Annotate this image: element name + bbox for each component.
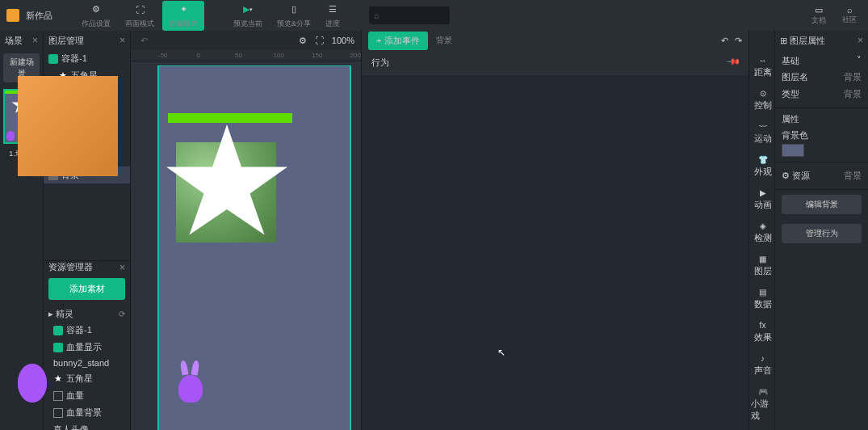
progress-button[interactable]: ☰ 进度 (319, 1, 346, 31)
edit-mode-button[interactable]: ✦ 改编模式 (162, 1, 204, 31)
chevron-down-icon: ˅ (857, 55, 862, 67)
side-tab-控制[interactable]: ⊙控制 (749, 83, 775, 116)
docs-button[interactable]: ▭ 文档 (807, 3, 831, 27)
resource-item-label: 血量背景 (66, 407, 102, 419)
fit-icon[interactable]: ⛶ (315, 36, 324, 45)
book-icon: ▭ (815, 5, 823, 15)
settings-button[interactable]: ⚙ 作品设置 (75, 1, 117, 31)
tab-icon: ⊙ (758, 88, 768, 98)
add-event-button[interactable]: + 添加事件 (368, 32, 428, 50)
properties-panel-header: ⊞ 图层属性 × (775, 31, 868, 50)
layout-mode-button[interactable]: ⛶ 画面模式 (119, 1, 161, 31)
redo-icon[interactable]: ↷ (735, 36, 742, 46)
resource-item[interactable]: 血量背景 (48, 404, 125, 421)
canvas-area: ↶ ⚙ ⛶ 100% -5005010015020025030035040045… (131, 31, 361, 430)
tab-label: 效果 (754, 331, 772, 344)
side-tab-声音[interactable]: ♪声音 (749, 348, 775, 382)
resource-item-label: 五角星 (66, 373, 93, 385)
side-tab-动画[interactable]: ▶动画 (749, 183, 775, 216)
tab-icon: ♪ (758, 353, 768, 363)
resource-item[interactable]: 真人头像 (48, 421, 125, 430)
prop-name-value[interactable]: 背景 (844, 71, 862, 83)
top-right-group: ▭ 文档 ⌕ 社区 (807, 3, 862, 27)
side-tab-插件[interactable]: ⊞插件 (749, 427, 775, 430)
close-icon[interactable]: × (120, 35, 125, 46)
hp-bar-sprite[interactable] (168, 113, 292, 123)
preview-share-button[interactable]: ▯ 预览&分享 (270, 1, 317, 31)
side-tab-运动[interactable]: 〰运动 (749, 116, 775, 150)
tab-label: 外观 (754, 166, 772, 178)
expand-icon: ⛶ (132, 2, 147, 17)
gear-icon: ⚙ (89, 2, 103, 17)
side-tab-图层[interactable]: ▦图层 (749, 249, 775, 282)
layer-item[interactable]: 容器-1 (44, 50, 130, 67)
events-body[interactable]: ↖ (362, 75, 748, 430)
bg-link[interactable]: 背景 (436, 35, 452, 46)
layers-panel: 图层管理 × 容器-1★五角星真人头像血量显示血量血量背景bunny2_stan… (44, 31, 131, 430)
side-tab-距离[interactable]: ↔距离 (749, 50, 775, 83)
tab-label: 距离 (754, 66, 772, 78)
tab-label: 检测 (754, 232, 772, 244)
preview-button[interactable]: ▶▾ 预览当前 (227, 1, 269, 31)
tab-label: 数据 (754, 298, 772, 310)
props-attr-section: 属性 背景色 (775, 108, 868, 162)
undo-icon[interactable]: ↶ (721, 36, 728, 46)
filter-icon[interactable]: ⚙ (299, 36, 307, 46)
resource-section-title: ▸ 精灵 ⟳ (48, 308, 125, 320)
section-title[interactable]: 属性 (782, 113, 862, 125)
tab-label: 声音 (754, 365, 772, 377)
prop-row-name: 图层名 背景 (782, 69, 862, 86)
properties-panel: ⊞ 图层属性 × 基础 ˅ 图层名 背景 类型 背景 属性 背景色 (774, 31, 868, 430)
manage-behavior-button[interactable]: 管理行为 (782, 224, 862, 243)
side-tab-数据[interactable]: ▤数据 (749, 282, 775, 315)
undo-icon[interactable]: ↶ (140, 36, 148, 46)
refresh-icon[interactable]: ⟳ (119, 310, 125, 318)
resource-panel: 资源管理器 × 添加素材 ▸ 精灵 ⟳ 容器-1血量显示bunny2_stand… (44, 260, 130, 430)
pin-icon[interactable]: 📌 (725, 54, 742, 71)
top-toolbar-group-1: ⚙ 作品设置 ⛶ 画面模式 ✦ 改编模式 (75, 1, 204, 31)
tab-label: 控制 (754, 99, 772, 112)
props-resource-section: ⚙ 资源 背景 (775, 162, 868, 190)
search-icon: ⌕ (847, 5, 853, 15)
close-icon[interactable]: × (120, 262, 125, 273)
resource-item[interactable]: 容器-1 (48, 322, 125, 339)
search-input[interactable]: ⌕ (369, 6, 450, 24)
ruler-horizontal: -50050100150200250300350400450 (131, 50, 361, 61)
resource-item-label: 血量显示 (66, 341, 102, 353)
tab-icon: ▶ (758, 188, 768, 197)
resource-item-label: bunny2_stand (53, 358, 109, 368)
bunny-sprite[interactable] (176, 364, 205, 403)
tab-icon: 〰 (758, 121, 768, 131)
resource-item[interactable]: bunny2_stand (48, 356, 125, 370)
cursor-icon: ↖ (497, 347, 505, 358)
resource-item-label: 真人头像 (53, 424, 89, 430)
tab-label: 运动 (754, 133, 772, 145)
resource-item[interactable]: 血量显示 (48, 339, 125, 356)
close-icon[interactable]: × (858, 35, 863, 46)
events-header: + 添加事件 背景 ↶ ↷ (362, 31, 748, 50)
stage[interactable] (158, 66, 350, 430)
tab-label: 图层 (754, 265, 772, 277)
side-tab-外观[interactable]: 👕外观 (749, 150, 775, 183)
side-tab-检测[interactable]: ◈检测 (749, 216, 775, 249)
edit-bg-button[interactable]: 编辑背景 (782, 195, 862, 214)
resources-list: 容器-1血量显示bunny2_stand★五角星血量血量背景真人头像(场景1)背… (48, 322, 125, 430)
tab-label: 小游戏 (751, 398, 775, 422)
add-material-button[interactable]: 添加素材 (48, 278, 125, 300)
side-tab-效果[interactable]: fx效果 (749, 315, 775, 348)
resource-item[interactable]: ★五角星 (48, 370, 125, 387)
guide-right (350, 66, 350, 430)
zoom-value[interactable]: 100% (332, 36, 354, 45)
resource-item[interactable]: 血量 (48, 387, 125, 404)
stage-wrap[interactable] (131, 61, 361, 430)
close-icon[interactable]: × (32, 35, 38, 46)
thumb-bunny (6, 131, 15, 141)
side-tab-小游戏[interactable]: 🎮小游戏 (749, 382, 775, 427)
bgcolor-swatch[interactable] (782, 144, 804, 157)
tab-icon: ◈ (758, 221, 768, 230)
behavior-tab[interactable]: 行为 📌 (362, 50, 748, 75)
events-panel: + 添加事件 背景 ↶ ↷ 行为 📌 ↖ (361, 31, 748, 430)
community-button[interactable]: ⌕ 社区 (837, 3, 862, 27)
section-title[interactable]: 基础 ˅ (782, 55, 862, 67)
tab-icon: ↔ (758, 55, 768, 65)
